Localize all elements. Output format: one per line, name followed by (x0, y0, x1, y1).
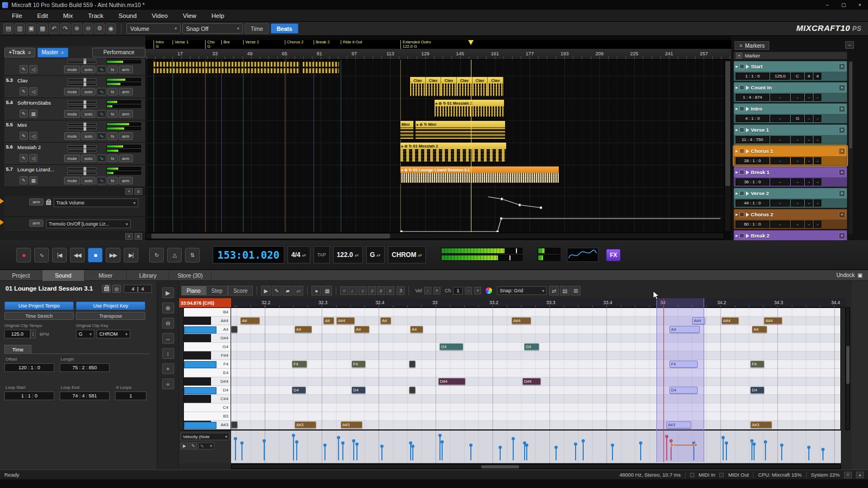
marker-sig-denominator[interactable]: - (814, 200, 821, 207)
clip-loop-icon[interactable]: ↻ (409, 144, 412, 148)
marker-row[interactable]: ▸Break 1×36 : 1 : 0---- (733, 166, 847, 187)
track-row[interactable]: 5.6Messiah 2✎◁mutesolo∿fxarm (4, 143, 145, 165)
marker-row[interactable]: ▸Break 2× (733, 230, 847, 240)
velocity-stem[interactable] (293, 436, 294, 460)
marker-sig-denominator[interactable]: - (814, 115, 821, 122)
clip-mute-icon[interactable]: ⊘ (420, 123, 423, 126)
midi-note[interactable]: F4 (352, 361, 366, 368)
marker-delete-button[interactable]: × (839, 106, 845, 112)
clip-play-icon[interactable]: ▸ (401, 144, 404, 148)
piano-key-as4[interactable]: A#4 (184, 317, 231, 325)
volume-slider[interactable] (67, 145, 97, 148)
piano-key-c4[interactable]: C4 (184, 403, 231, 412)
pan-slider[interactable] (67, 172, 97, 175)
fx-button[interactable]: fx (107, 155, 117, 162)
automation-arm-button[interactable]: arm (29, 220, 43, 227)
automation-param-dropdown[interactable]: Track Volume ▾ (54, 198, 138, 207)
clip[interactable]: ▸⊘↻Mini (415, 120, 506, 139)
automation-point[interactable] (500, 217, 503, 220)
volume-slider[interactable] (67, 79, 97, 81)
undo-icon[interactable]: ↶ (49, 23, 59, 34)
marker-key[interactable]: - (791, 136, 804, 143)
menu-edit[interactable]: Edit (30, 10, 56, 22)
arm-button[interactable]: arm (119, 88, 133, 95)
midi-note[interactable]: D4 (669, 387, 698, 394)
note-duration-button[interactable]: ♩ (349, 286, 358, 295)
marker-sig-numerator[interactable]: - (805, 115, 813, 122)
piano-key-a4[interactable]: A4 (184, 325, 231, 334)
marker-row[interactable]: ▸Verse 2×44 : 1 : 0---- (733, 188, 847, 208)
stop-button[interactable]: ■ (88, 248, 103, 262)
time-mode-button[interactable]: Time (245, 23, 269, 34)
timeline-marker-flag[interactable]: Break 2 (314, 40, 330, 44)
velocity-stem[interactable] (808, 448, 809, 460)
marker-sig-numerator[interactable]: - (805, 94, 813, 101)
minimize-button[interactable]: – (819, 0, 835, 10)
tuplet-button[interactable]: 3 (397, 286, 405, 295)
tab-score[interactable]: Score (228, 286, 253, 296)
velocity-lane[interactable] (231, 430, 841, 463)
clip-mute-icon[interactable]: ⊘ (405, 168, 408, 172)
volume-slider[interactable] (67, 59, 97, 59)
beats-mode-button[interactable]: Beats (271, 23, 298, 34)
menu-file[interactable]: File (4, 10, 30, 22)
marker-sig-denominator[interactable]: - (814, 94, 821, 101)
erase-tool-icon[interactable]: ▱ (293, 286, 303, 296)
select-tool-icon[interactable]: ▶ (261, 286, 271, 296)
midi-note[interactable]: A#4 (722, 317, 739, 324)
pan-slider[interactable] (67, 105, 97, 108)
loop-start-input[interactable]: 1 : 1 : 0 (4, 391, 54, 400)
piano-key-f4[interactable]: F4 (184, 360, 231, 369)
midi-icon[interactable]: ◉ (106, 23, 116, 34)
midi-note[interactable]: D4 (292, 387, 306, 394)
settings-icon[interactable]: ⚙ (94, 23, 105, 34)
expand-icon[interactable]: ▸ (736, 106, 738, 111)
lock-icon[interactable] (102, 285, 111, 293)
track-row[interactable]: 5.5Mini✎◁mutesolo∿fxarm (4, 120, 145, 143)
expand-icon[interactable]: ▸ (736, 212, 738, 217)
add-automation-lane-button[interactable]: + (125, 233, 133, 240)
midi-note[interactable]: A4 (752, 326, 767, 333)
edit-track-icon[interactable]: ✎ (20, 110, 28, 118)
note-duration-button[interactable]: ♪ (359, 286, 367, 295)
clip-cell[interactable]: Clav (410, 77, 426, 96)
tap-tempo-button[interactable]: TAP (314, 246, 330, 264)
velocity-stem[interactable] (338, 439, 339, 460)
lock-icon[interactable] (46, 201, 51, 205)
collapse-panel-button[interactable]: « (162, 378, 174, 389)
midi-note[interactable]: F4 (292, 361, 307, 368)
marker-sig-numerator[interactable]: - (805, 157, 813, 164)
marker-color-icon[interactable] (739, 127, 744, 132)
brush-tool-icon[interactable]: ▰ (283, 286, 292, 296)
midi-note[interactable]: G4 (524, 343, 539, 350)
midi-note[interactable] (231, 326, 238, 333)
loop-button[interactable]: ↻ (149, 248, 164, 262)
note-duration-button[interactable]: ♫ (368, 286, 376, 295)
expand-icon[interactable]: ▸ (736, 149, 738, 153)
arm-button[interactable]: arm (119, 177, 133, 184)
velocity-stem[interactable] (526, 446, 527, 460)
automation-point[interactable] (519, 204, 521, 207)
timeline-marker-flag[interactable]: Bre (221, 40, 230, 44)
timeline-vertical-scrollbar[interactable] (724, 60, 731, 232)
time-signature-display[interactable]: 4/4 ▴▾ (288, 246, 310, 264)
marker-delete-button[interactable]: × (839, 190, 845, 197)
marker-position[interactable]: 60 : 1 : 0 (736, 221, 769, 228)
note-color-picker[interactable] (485, 287, 493, 294)
marker-key[interactable]: - (791, 221, 804, 228)
tempo-display[interactable]: 122.0 ▴▾ (333, 246, 363, 264)
expand-icon[interactable]: ▸ (736, 170, 738, 175)
automation-arm-button[interactable]: arm (29, 198, 43, 206)
marker-position[interactable]: 36 : 1 : 0 (736, 178, 769, 185)
arm-button[interactable]: arm (119, 110, 133, 118)
collapse-markers-button[interactable]: – (845, 41, 854, 49)
expand-icon[interactable]: ▸ (736, 191, 738, 196)
midi-note[interactable]: A#3 (750, 421, 772, 428)
velocity-stem[interactable] (765, 443, 766, 460)
fx-button[interactable]: fx (107, 177, 117, 184)
ramp-handle[interactable] (670, 443, 674, 447)
menu-sound[interactable]: Sound (111, 10, 144, 22)
track-row[interactable]: ✎◁mutesolo∿fxarm (4, 59, 145, 76)
tempo-stepper[interactable]: ▴ ▾ (30, 330, 36, 338)
marker-row[interactable]: ▸Count In×1 : 4 : 874---- (733, 82, 847, 102)
